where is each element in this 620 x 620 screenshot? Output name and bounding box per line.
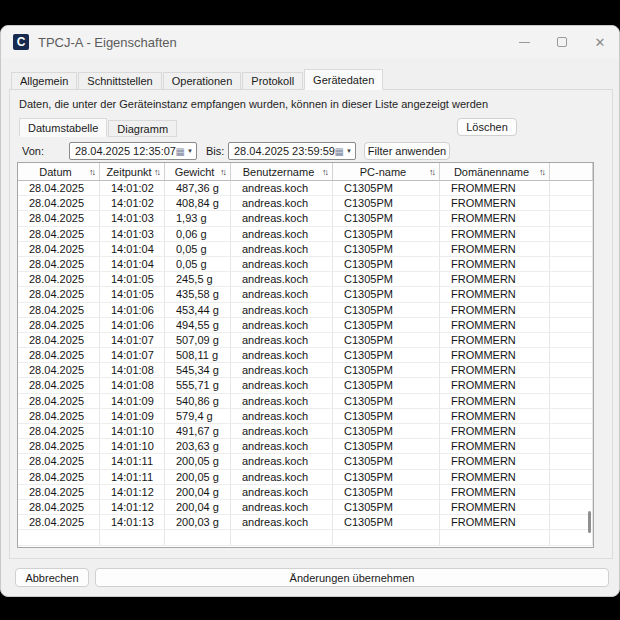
cell: C1305PM	[333, 196, 440, 211]
cell	[440, 530, 550, 545]
column-header-6[interactable]: Domänenname↑↓	[440, 163, 550, 181]
subtab-diagramm[interactable]: Diagramm	[108, 120, 177, 137]
table-row[interactable]: 28.04.202514:01:09579,4 gandreas.kochC13…	[18, 409, 593, 424]
sort-icon[interactable]: ↑↓	[89, 167, 97, 177]
table-row[interactable]: 28.04.202514:01:07508,11 gandreas.kochC1…	[18, 348, 593, 363]
minimize-button[interactable]	[505, 26, 543, 58]
page-description: Daten, die unter der Geräteinstanz empfa…	[19, 98, 488, 110]
tab-geraetedaten[interactable]: Gerätedaten	[304, 69, 383, 90]
from-date-input[interactable]: 28.04.2025 12:35:07 ▦ ▼	[69, 142, 197, 160]
table-row[interactable]: 28.04.202514:01:05245,5 gandreas.kochC13…	[18, 272, 593, 287]
table-row[interactable]: 28.04.202514:01:09540,86 gandreas.kochC1…	[18, 394, 593, 409]
sort-icon[interactable]: ↑↓	[539, 167, 547, 177]
cell: 435,58 g	[165, 287, 231, 302]
column-header-4[interactable]: Benutzername↑↓	[231, 163, 333, 181]
table-row[interactable]: 28.04.202514:01:10203,63 gandreas.kochC1…	[18, 439, 593, 454]
table-row[interactable]: 28.04.202514:01:031,93 gandreas.kochC130…	[18, 211, 593, 226]
cell: FROMMERN	[440, 242, 550, 257]
table-row[interactable]: 28.04.202514:01:07507,09 gandreas.kochC1…	[18, 333, 593, 348]
cell: andreas.koch	[231, 348, 333, 363]
cell: andreas.koch	[231, 181, 333, 196]
table-row[interactable]: 28.04.202514:01:12200,04 gandreas.kochC1…	[18, 500, 593, 515]
cell: 28.04.2025	[18, 515, 100, 530]
apply-changes-button[interactable]: Änderungen übernehmen	[95, 568, 609, 587]
subtab-datumstabelle[interactable]: Datumstabelle	[19, 118, 107, 137]
cell: FROMMERN	[440, 348, 550, 363]
cell: 0,05 g	[165, 242, 231, 257]
cell: 14:01:02	[100, 181, 165, 196]
column-label: Gewicht	[169, 166, 220, 178]
delete-button[interactable]: Löschen	[457, 118, 517, 136]
tab-allgemein[interactable]: Allgemein	[11, 72, 77, 90]
table-row[interactable]: 28.04.202514:01:11200,05 gandreas.kochC1…	[18, 454, 593, 469]
table-row[interactable]: 28.04.202514:01:13200,03 gandreas.kochC1…	[18, 515, 593, 530]
main-tab-strip: AllgemeinSchnittstellenOperationenProtok…	[11, 69, 611, 90]
sort-icon[interactable]: ↑↓	[154, 167, 162, 177]
sort-icon[interactable]: ↑↓	[322, 167, 330, 177]
filter-row: Von: 28.04.2025 12:35:07 ▦ ▼ Bis: 28.04.…	[10, 141, 612, 161]
table-row[interactable]: 28.04.202514:01:12200,04 gandreas.kochC1…	[18, 485, 593, 500]
table-row[interactable]: 28.04.202514:01:040,05 gandreas.kochC130…	[18, 257, 593, 272]
column-header-5[interactable]: PC-name↑↓	[333, 163, 440, 181]
cell: C1305PM	[333, 272, 440, 287]
table-row[interactable]: 28.04.202514:01:02408,84 gandreas.kochC1…	[18, 196, 593, 211]
table-row[interactable]: 28.04.202514:01:030,06 gandreas.kochC130…	[18, 227, 593, 242]
cell: 28.04.2025	[18, 211, 100, 226]
cell: FROMMERN	[440, 439, 550, 454]
table-row[interactable]: 28.04.202514:01:06494,55 gandreas.kochC1…	[18, 318, 593, 333]
cell: 200,04 g	[165, 500, 231, 515]
cell: 540,86 g	[165, 394, 231, 409]
table-row[interactable]	[18, 530, 593, 545]
column-header-3[interactable]: Gewicht↑↓	[165, 163, 231, 181]
sort-icon[interactable]: ↑↓	[429, 167, 437, 177]
cell: andreas.koch	[231, 196, 333, 211]
cell: 0,05 g	[165, 257, 231, 272]
cell: 200,04 g	[165, 485, 231, 500]
cell: C1305PM	[333, 257, 440, 272]
cell: FROMMERN	[440, 211, 550, 226]
close-button[interactable]: ✕	[581, 26, 619, 58]
close-icon: ✕	[595, 35, 606, 50]
chevron-down-icon[interactable]: ▼	[346, 148, 352, 154]
tab-operationen[interactable]: Operationen	[163, 72, 242, 90]
table-row[interactable]: 28.04.202514:01:11200,05 gandreas.kochC1…	[18, 470, 593, 485]
apply-filter-button[interactable]: Filter anwenden	[364, 142, 450, 160]
calendar-icon[interactable]: ▦	[335, 146, 344, 157]
sort-icon[interactable]: ↑↓	[220, 167, 228, 177]
cell: 14:01:06	[100, 318, 165, 333]
calendar-icon[interactable]: ▦	[176, 146, 185, 157]
cell-filler	[550, 409, 593, 424]
table-row[interactable]: 28.04.202514:01:10491,67 gandreas.kochC1…	[18, 424, 593, 439]
titlebar[interactable]: C TPCJ-A - Eigenschaften ✕	[1, 26, 619, 58]
table-body: 28.04.202514:01:02487,36 gandreas.kochC1…	[18, 181, 593, 546]
cell: andreas.koch	[231, 378, 333, 393]
to-date-input[interactable]: 28.04.2025 23:59:59 ▦ ▼	[228, 142, 356, 160]
column-header-2[interactable]: Zeitpunkt↑↓	[100, 163, 165, 181]
cell: 28.04.2025	[18, 242, 100, 257]
cell: 28.04.2025	[18, 363, 100, 378]
table-row[interactable]: 28.04.202514:01:08545,34 gandreas.kochC1…	[18, 363, 593, 378]
tab-schnittstellen[interactable]: Schnittstellen	[78, 72, 161, 90]
maximize-button[interactable]	[543, 26, 581, 58]
vertical-scrollbar[interactable]	[588, 511, 591, 533]
table-row[interactable]: 28.04.202514:01:08555,71 gandreas.kochC1…	[18, 378, 593, 393]
column-header-1[interactable]: Datum↑↓	[18, 163, 100, 181]
column-label: Benutzername	[235, 166, 322, 178]
cell: 14:01:09	[100, 394, 165, 409]
tab-protokoll[interactable]: Protokoll	[242, 72, 303, 90]
chevron-down-icon[interactable]: ▼	[187, 148, 193, 154]
table-row[interactable]: 28.04.202514:01:02487,36 gandreas.kochC1…	[18, 181, 593, 196]
cell: andreas.koch	[231, 211, 333, 226]
column-label: PC-name	[337, 166, 429, 178]
cell: 14:01:10	[100, 424, 165, 439]
table-row[interactable]: 28.04.202514:01:06453,44 gandreas.kochC1…	[18, 303, 593, 318]
cancel-button[interactable]: Abbrechen	[15, 568, 89, 587]
table-row[interactable]: 28.04.202514:01:040,05 gandreas.kochC130…	[18, 242, 593, 257]
cell: FROMMERN	[440, 181, 550, 196]
cell: FROMMERN	[440, 196, 550, 211]
cell: 200,03 g	[165, 515, 231, 530]
cell-filler	[550, 363, 593, 378]
cell-filler	[550, 272, 593, 287]
cell: 14:01:12	[100, 485, 165, 500]
table-row[interactable]: 28.04.202514:01:05435,58 gandreas.kochC1…	[18, 287, 593, 302]
